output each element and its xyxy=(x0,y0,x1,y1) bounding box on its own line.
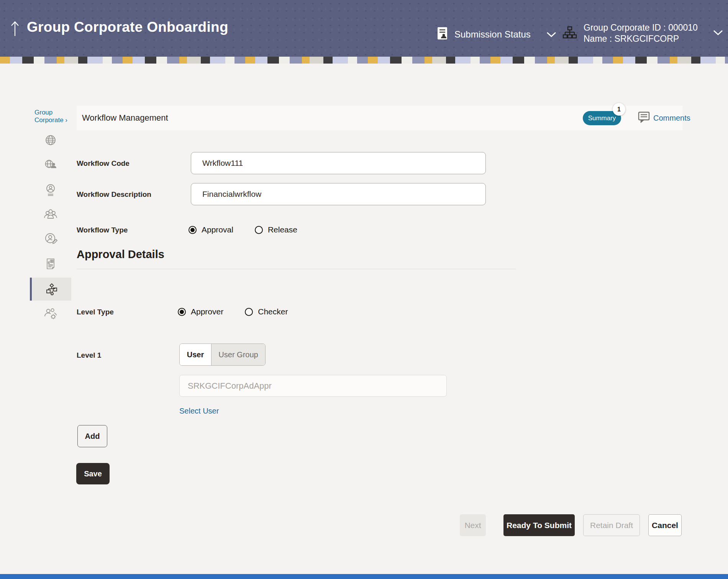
breadcrumb-label: Group Corporate xyxy=(34,109,64,124)
radio-approver[interactable] xyxy=(178,308,186,316)
breadcrumb-chevron-icon: › xyxy=(65,116,67,124)
section-divider xyxy=(77,269,516,269)
next-button[interactable]: Next xyxy=(460,514,486,536)
ready-to-submit-button[interactable]: Ready To Submit xyxy=(503,514,575,536)
tab-user[interactable]: User xyxy=(180,344,212,365)
submission-status-label: Submission Status xyxy=(454,29,531,40)
bottom-accent-strip xyxy=(0,574,728,579)
submission-status-icon xyxy=(437,26,448,43)
add-button[interactable]: Add xyxy=(77,425,107,447)
report-icon xyxy=(43,256,58,271)
decorative-pattern-strip xyxy=(0,57,728,64)
corporate-name-text: Name : SRKGCIFCORP xyxy=(584,33,698,44)
globe-icon xyxy=(43,132,58,148)
radio-approval[interactable] xyxy=(189,226,197,234)
users-group-icon xyxy=(43,206,58,222)
back-arrow-icon[interactable] xyxy=(10,20,20,38)
corporate-id-text: Group Corporate ID : 000010 xyxy=(584,22,698,33)
cancel-button[interactable]: Cancel xyxy=(648,514,682,536)
chevron-down-icon xyxy=(713,29,723,37)
summary-button-label: Summary xyxy=(588,114,616,122)
radio-checker-label: Checker xyxy=(258,307,288,316)
radio-approval-label: Approval xyxy=(202,225,233,234)
comments-label: Comments xyxy=(653,114,690,123)
hierarchy-icon xyxy=(562,26,577,41)
user-edit-icon xyxy=(43,231,58,246)
app-title: Group Corporate Onboarding xyxy=(27,19,228,35)
level-type-radio-group: Approver Checker xyxy=(178,307,288,316)
radio-release[interactable] xyxy=(255,226,263,234)
sidebar-item-global[interactable] xyxy=(30,129,71,152)
workflow-code-input[interactable] xyxy=(191,152,486,174)
workflow-type-label: Workflow Type xyxy=(77,226,128,234)
user-search-input[interactable] xyxy=(179,375,447,397)
user-usergroup-toggle: User User Group xyxy=(179,343,266,366)
workflow-description-label: Workflow Description xyxy=(77,190,151,199)
summary-count-badge: 1 xyxy=(613,103,625,116)
sidebar-item-workflow-management[interactable] xyxy=(30,278,71,301)
level-1-label: Level 1 xyxy=(77,351,101,360)
workflow-code-label: Workflow Code xyxy=(77,159,130,168)
user-settings-icon xyxy=(43,306,58,321)
chevron-down-icon xyxy=(546,29,557,40)
sidebar-item-user-settings[interactable] xyxy=(30,302,71,325)
level-type-label: Level Type xyxy=(77,308,114,316)
app-header: Group Corporate Onboarding Submission St… xyxy=(0,0,728,57)
workflow-titlebar: Workflow Management Summary 1 Comments xyxy=(77,106,682,130)
breadcrumb[interactable]: Group Corporate › xyxy=(34,109,74,124)
radio-checker[interactable] xyxy=(245,308,253,316)
workflow-type-radio-group: Approval Release xyxy=(189,225,297,234)
select-user-link[interactable]: Select User xyxy=(179,407,219,415)
sidebar-item-report[interactable] xyxy=(30,252,71,275)
comments-link[interactable]: Comments xyxy=(638,106,690,130)
globe-user-icon xyxy=(43,157,58,172)
workflow-description-input[interactable] xyxy=(191,183,486,205)
user-profile-icon xyxy=(43,182,58,198)
sidebar-item-user-profile[interactable] xyxy=(30,178,71,201)
approval-details-heading: Approval Details xyxy=(77,248,164,261)
workflow-icon xyxy=(44,281,59,297)
group-corporate-menu[interactable]: Group Corporate ID : 000010 Name : SRKGC… xyxy=(562,22,723,44)
tab-user-group[interactable]: User Group xyxy=(212,344,265,365)
submission-status-menu[interactable]: Submission Status xyxy=(437,25,557,44)
page-title: Workflow Management xyxy=(82,113,168,123)
comments-icon xyxy=(638,111,650,125)
sidebar-item-user-edit[interactable] xyxy=(30,227,71,250)
save-button[interactable]: Save xyxy=(76,463,110,484)
sidebar-item-users[interactable] xyxy=(30,203,71,226)
retain-draft-button[interactable]: Retain Draft xyxy=(583,514,640,536)
sidebar-item-corporate-profile[interactable] xyxy=(30,153,71,176)
radio-release-label: Release xyxy=(268,225,297,234)
radio-approver-label: Approver xyxy=(191,307,223,316)
